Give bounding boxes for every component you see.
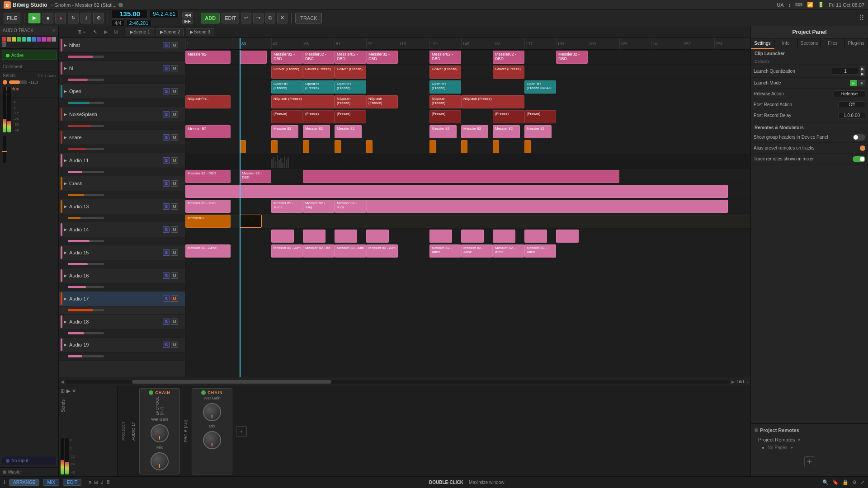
clip[interactable] xyxy=(303,170,619,183)
launch-mode-btn-1[interactable]: ▶ xyxy=(850,80,857,86)
clip[interactable]: OpenHH (Freeze) xyxy=(335,80,366,94)
clip[interactable]: (Freeze) xyxy=(335,110,366,123)
clip[interactable]: NSplash (Freeze) xyxy=(335,95,366,108)
clip[interactable] xyxy=(493,230,515,243)
solo-btn[interactable]: S xyxy=(163,157,170,164)
color-swatch[interactable] xyxy=(27,37,31,42)
metronome-icon[interactable]: ♩ xyxy=(746,379,749,385)
clip[interactable]: Messier 82 - Atmc xyxy=(461,244,493,258)
clip[interactable] xyxy=(524,140,531,153)
launch-mode-btn-2[interactable]: ■ xyxy=(858,80,865,86)
close-icon[interactable] xyxy=(118,3,123,7)
list-icon[interactable]: ≡ xyxy=(83,29,86,35)
clip[interactable]: OpenHH (Freeze) xyxy=(271,80,303,94)
clip[interactable]: Messier 82 - DBD xyxy=(240,170,271,183)
clip[interactable]: Messier 82 - Atm xyxy=(271,244,303,258)
mute-btn[interactable]: M xyxy=(171,157,178,164)
clip[interactable] xyxy=(461,230,484,243)
clip[interactable]: (Freeze) xyxy=(524,110,556,123)
solo-btn[interactable]: S xyxy=(163,249,170,256)
solo-btn[interactable]: S xyxy=(163,203,170,210)
clip[interactable]: Messier82 - DBD xyxy=(271,51,303,64)
solo-btn[interactable]: S xyxy=(163,272,170,279)
clip[interactable]: NSplash (Freeze) xyxy=(366,95,398,108)
power-btn-2[interactable] xyxy=(201,390,206,395)
track-row[interactable]: ▶ Audio 16 S M ⋮ xyxy=(59,268,185,283)
bookmark-icon[interactable]: 🔖 xyxy=(832,479,839,485)
color-swatch[interactable] xyxy=(37,37,41,42)
post-record-delay-value[interactable]: 1.0.0.00 xyxy=(838,112,865,119)
view-icon-1[interactable]: ≡ xyxy=(89,479,91,485)
scene-3-btn[interactable]: ▶ Scene 3 xyxy=(186,28,214,36)
track-remotes-mixer-toggle[interactable] xyxy=(853,156,865,162)
clip[interactable] xyxy=(524,230,547,243)
clip[interactable] xyxy=(366,230,389,243)
solo-btn[interactable]: S xyxy=(163,226,170,233)
delete-button[interactable]: ✕ xyxy=(277,13,288,23)
track-fader[interactable] xyxy=(68,332,104,334)
clip[interactable]: Messier 82 xyxy=(493,125,520,138)
clip[interactable] xyxy=(366,140,373,153)
clip[interactable]: (Freeze) xyxy=(493,110,524,123)
mute-btn[interactable]: M xyxy=(171,203,178,210)
color-swatch[interactable] xyxy=(7,37,11,42)
clip[interactable]: Messier82 - DBD xyxy=(429,51,461,64)
volume-fader[interactable] xyxy=(3,136,6,163)
tempo-value[interactable]: 135.00 xyxy=(112,9,148,19)
track-row[interactable]: ▶ Audio 15 S M ⋮ xyxy=(59,245,185,260)
track-fader[interactable] xyxy=(68,309,104,311)
color-swatch[interactable] xyxy=(2,37,6,42)
track-fader[interactable] xyxy=(68,56,104,58)
next-btn[interactable]: ▶▶ xyxy=(182,19,193,24)
stop-button[interactable]: ■ xyxy=(42,13,53,23)
grid-icon[interactable]: ⊞ xyxy=(77,29,81,35)
list-icon-mixer[interactable]: ▶ xyxy=(66,388,70,394)
clip[interactable]: Messier 82 - Atm xyxy=(335,244,366,258)
clip[interactable]: Messier 82 - surp xyxy=(335,200,366,213)
clip[interactable]: NSplash (Freeze) xyxy=(429,95,461,108)
clip[interactable]: Messier82· xyxy=(185,125,231,138)
show-group-headers-toggle[interactable] xyxy=(853,134,865,141)
view-icon-3[interactable]: ♩ xyxy=(101,479,103,485)
clip[interactable]: Messier 82 xyxy=(335,125,362,138)
clip[interactable]: Messier82· xyxy=(185,51,231,64)
track-row[interactable]: ▶ Audio 18 S M ⋮ xyxy=(59,314,185,329)
tab-info[interactable]: Info xyxy=(774,38,798,49)
solo-btn[interactable]: S xyxy=(163,111,170,117)
scene-1-btn[interactable]: ▶ Scene 1 xyxy=(126,28,154,36)
track-row[interactable]: ▶ Audio 13 S M ⋮ xyxy=(59,199,185,214)
mute-btn[interactable]: M xyxy=(171,249,178,256)
clip[interactable]: NSplashFrz... xyxy=(185,95,231,108)
release-action-value[interactable]: Release xyxy=(834,90,865,97)
time-display[interactable]: 2:46.201 xyxy=(126,19,152,27)
mute-btn[interactable]: M xyxy=(171,111,178,117)
mute-btn[interactable]: M xyxy=(171,296,178,302)
clip[interactable] xyxy=(461,140,467,153)
mix-knob-1[interactable] xyxy=(151,452,169,470)
clip[interactable]: Gruver (Freeze) xyxy=(429,66,461,79)
clip[interactable]: Messier 82 xyxy=(429,125,457,138)
color-swatch[interactable] xyxy=(12,37,16,42)
mute-btn[interactable]: M xyxy=(171,342,178,348)
clip[interactable]: Messier 82 - Atm xyxy=(366,244,398,258)
launch-quantization-value[interactable]: 1 xyxy=(832,68,859,75)
clip[interactable] xyxy=(240,140,246,153)
track-button[interactable]: TRACK xyxy=(295,13,322,23)
clip[interactable]: Messier 82 - DBD xyxy=(185,170,231,183)
wet-gain-knob-1[interactable] xyxy=(151,424,169,442)
track-fader[interactable] xyxy=(68,102,104,104)
duplicate-button[interactable]: ⧉ xyxy=(265,13,275,23)
clip[interactable]: Messier82 - DBD xyxy=(335,51,366,64)
clip[interactable] xyxy=(429,140,436,153)
clip[interactable] xyxy=(303,230,326,243)
solo-btn[interactable]: S xyxy=(163,88,170,94)
track-row[interactable]: ▶ Audio 19 S M ⋮ xyxy=(59,338,185,352)
clip[interactable]: Messier 82 - Air xyxy=(303,244,335,258)
mix-knob-2[interactable] xyxy=(203,431,221,449)
settings-icon-bar[interactable]: ⚙ xyxy=(852,479,857,485)
clip[interactable]: Messier 82 - surg xyxy=(303,200,335,213)
horizontal-scrollbar[interactable] xyxy=(66,380,730,384)
clip[interactable]: Gruver (Freeze) xyxy=(335,66,366,79)
grid-icon-mixer[interactable]: ⊞ xyxy=(61,388,65,394)
power-btn-1[interactable] xyxy=(149,390,153,395)
